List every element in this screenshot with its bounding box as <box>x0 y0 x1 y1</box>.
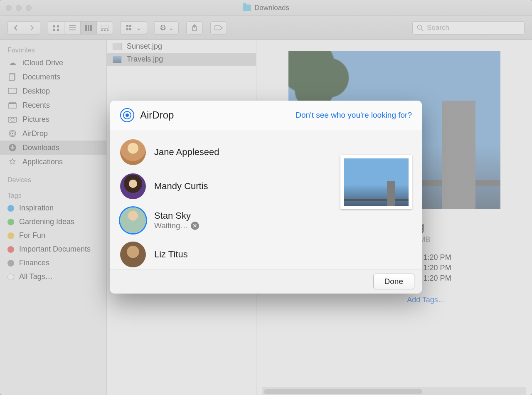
sidebar: Favorites ☁iCloud Drive Documents Deskto… <box>0 40 107 395</box>
svg-point-27 <box>11 118 14 121</box>
svg-rect-4 <box>69 25 76 26</box>
sidebar-item-documents[interactable]: Documents <box>0 70 106 84</box>
airdrop-person[interactable]: Liz Titus <box>110 237 330 269</box>
close-window-button[interactable] <box>6 5 12 11</box>
cloud-icon: ☁ <box>7 58 17 67</box>
sidebar-item-pictures[interactable]: Pictures <box>0 112 106 126</box>
sidebar-item-label: Important Documents <box>19 245 91 254</box>
sidebar-item-label: Gardening Ideas <box>19 217 74 226</box>
tags-button[interactable] <box>210 21 227 35</box>
svg-rect-14 <box>126 25 128 27</box>
avatar <box>120 173 146 199</box>
svg-rect-16 <box>126 28 128 30</box>
avatar <box>120 139 146 165</box>
svg-rect-12 <box>104 30 106 31</box>
svg-rect-3 <box>57 29 59 31</box>
airdrop-person[interactable]: Stan Sky Waiting… ✕ <box>110 203 330 237</box>
column-view-button[interactable] <box>80 21 97 35</box>
list-view-button[interactable] <box>64 21 81 35</box>
sidebar-item-desktop[interactable]: Desktop <box>0 84 106 98</box>
airdrop-people-list: Jane Appleseed Mandy Curtis Stan Sky Wai… <box>110 130 330 269</box>
avatar <box>120 207 146 233</box>
svg-point-30 <box>12 133 13 134</box>
window-controls <box>0 5 32 11</box>
sidebar-tag-all[interactable]: All Tags… <box>0 270 106 284</box>
arrange-button[interactable]: ⌄ <box>121 21 147 35</box>
sidebar-item-label: For Fun <box>19 231 45 240</box>
search-field[interactable]: Search <box>412 21 525 35</box>
svg-line-20 <box>421 29 424 31</box>
svg-rect-15 <box>129 25 131 27</box>
file-name: Travels.jpg <box>127 55 163 64</box>
svg-rect-11 <box>101 30 103 31</box>
sidebar-tag-forfun[interactable]: For Fun <box>0 229 106 242</box>
forward-button[interactable] <box>24 21 40 35</box>
gallery-view-button[interactable] <box>96 21 113 35</box>
done-button[interactable]: Done <box>373 274 414 289</box>
sidebar-item-applications[interactable]: Applications <box>0 155 106 169</box>
sidebar-item-airdrop[interactable]: AirDrop <box>0 126 106 141</box>
tag-dot-icon <box>7 260 14 267</box>
airdrop-help-link[interactable]: Don't see who you're looking for? <box>296 111 412 120</box>
svg-rect-8 <box>88 25 89 31</box>
file-name: Sunset.jpg <box>127 42 162 51</box>
person-name: Mandy Curtis <box>154 181 208 192</box>
search-icon <box>417 25 424 31</box>
recents-icon <box>7 101 17 110</box>
person-name: Jane Appleseed <box>154 147 219 158</box>
action-button[interactable]: ⚙⌄ <box>155 21 179 35</box>
airdrop-person[interactable]: Mandy Curtis <box>110 169 330 203</box>
folder-icon <box>243 5 251 11</box>
tag-dot-icon <box>7 205 14 212</box>
sidebar-item-recents[interactable]: Recents <box>0 98 106 112</box>
sidebar-item-label: Recents <box>22 101 50 110</box>
sidebar-header-devices: Devices <box>0 174 106 185</box>
svg-rect-1 <box>57 25 59 27</box>
svg-rect-0 <box>53 25 55 27</box>
add-tags-link[interactable]: Add Tags… <box>407 296 446 304</box>
back-button[interactable] <box>7 21 24 35</box>
svg-rect-6 <box>69 30 76 30</box>
airdrop-icon <box>7 129 17 138</box>
file-thumb-icon <box>113 43 122 50</box>
sidebar-item-label: Pictures <box>22 115 49 124</box>
icon-view-button[interactable] <box>48 21 64 35</box>
file-row[interactable]: Travels.jpg <box>107 53 256 66</box>
cancel-send-button[interactable]: ✕ <box>191 222 199 230</box>
sidebar-item-label: Inspiration <box>19 204 54 212</box>
sidebar-tag-finances[interactable]: Finances <box>0 256 106 270</box>
svg-rect-5 <box>69 27 76 28</box>
sidebar-item-label: Documents <box>22 73 60 81</box>
sidebar-item-label: Applications <box>22 158 63 166</box>
zoom-window-button[interactable] <box>26 5 32 11</box>
minimize-window-button[interactable] <box>16 5 22 11</box>
svg-rect-9 <box>90 25 92 31</box>
sidebar-header-favorites: Favorites <box>0 44 106 56</box>
horizontal-scrollbar[interactable] <box>262 388 526 395</box>
sidebar-item-label: AirDrop <box>22 129 48 138</box>
share-button[interactable] <box>186 21 203 35</box>
sidebar-tag-gardening[interactable]: Gardening Ideas <box>0 215 106 229</box>
svg-rect-23 <box>8 88 17 94</box>
svg-rect-13 <box>107 30 108 31</box>
svg-rect-10 <box>101 25 108 28</box>
documents-icon <box>7 72 17 81</box>
svg-rect-22 <box>9 74 14 81</box>
svg-rect-17 <box>129 28 131 30</box>
sidebar-item-icloud-drive[interactable]: ☁iCloud Drive <box>0 56 106 70</box>
sheet-title: AirDrop <box>140 109 174 121</box>
file-thumb-icon <box>113 56 122 63</box>
sidebar-item-downloads[interactable]: Downloads <box>0 141 106 155</box>
sidebar-tag-inspiration[interactable]: Inspiration <box>0 201 106 215</box>
airdrop-person[interactable]: Jane Appleseed <box>110 135 330 169</box>
file-row[interactable]: Sunset.jpg <box>107 40 256 53</box>
desktop-icon <box>7 86 17 96</box>
titlebar: Downloads <box>0 0 532 16</box>
sidebar-header-tags: Tags <box>0 190 106 201</box>
window-title: Downloads <box>254 4 289 12</box>
avatar <box>120 242 146 267</box>
svg-rect-7 <box>85 25 87 31</box>
share-preview-thumb <box>340 155 412 209</box>
svg-rect-24 <box>9 104 16 108</box>
sidebar-tag-important[interactable]: Important Documents <box>0 242 106 256</box>
